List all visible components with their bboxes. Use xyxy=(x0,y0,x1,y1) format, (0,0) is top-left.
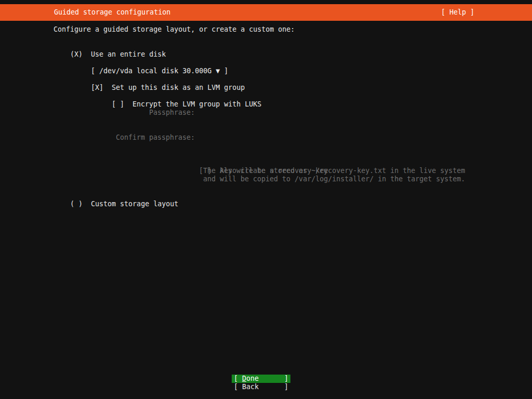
recovery-key-description-line2: and will be copied to /var/log/installer… xyxy=(203,175,465,183)
intro-text: Configure a guided storage layout, or cr… xyxy=(54,25,295,34)
button-open-bracket: [ xyxy=(234,375,238,383)
checkbox-checked-icon[interactable]: [X] xyxy=(91,84,103,92)
page-title: Guided storage configuration xyxy=(54,8,170,17)
confirm-passphrase-label: Confirm passphrase: xyxy=(116,134,195,142)
back-button[interactable]: [ Back ] xyxy=(232,383,290,391)
checkbox-unchecked-icon[interactable]: [ ] xyxy=(112,100,124,109)
help-button[interactable]: [ Help ] xyxy=(441,8,474,17)
dropdown-close-bracket: ] xyxy=(224,67,228,75)
disk-dropdown-value: /dev/vda local disk 30.000G xyxy=(99,67,211,75)
checkbox-lvm-label: Set up this disk as an LVM group xyxy=(112,84,245,91)
button-open-bracket: [ xyxy=(234,383,238,391)
passphrase-label: Passphrase: xyxy=(149,109,195,117)
done-button[interactable]: [ Done ] xyxy=(232,375,290,383)
button-close-bracket: ] xyxy=(284,383,288,391)
radio-unselected-icon[interactable]: ( ) xyxy=(70,200,83,208)
button-close-bracket: ] xyxy=(284,375,288,383)
dropdown-caret-icon: ▼ xyxy=(216,67,220,75)
radio-selected-icon[interactable]: (X) xyxy=(70,50,83,59)
radio-use-entire-disk-label: Use an entire disk xyxy=(91,50,166,58)
dropdown-open-bracket: [ xyxy=(91,67,95,75)
back-button-label: Back xyxy=(242,383,259,391)
title-bar: Guided storage configuration [ Help ] xyxy=(0,4,532,21)
recovery-key-description-line1: The key will be stored as ~/recovery-key… xyxy=(203,167,465,175)
installer-screen: Guided storage configuration [ Help ] Co… xyxy=(0,0,532,399)
radio-custom-storage-layout-label: Custom storage layout xyxy=(91,200,178,208)
checkbox-luks-label: Encrypt the LVM group with LUKS xyxy=(132,100,261,108)
done-button-label: Done xyxy=(242,375,259,383)
radio-custom-storage-layout[interactable]: ( )Custom storage layout xyxy=(54,192,178,217)
